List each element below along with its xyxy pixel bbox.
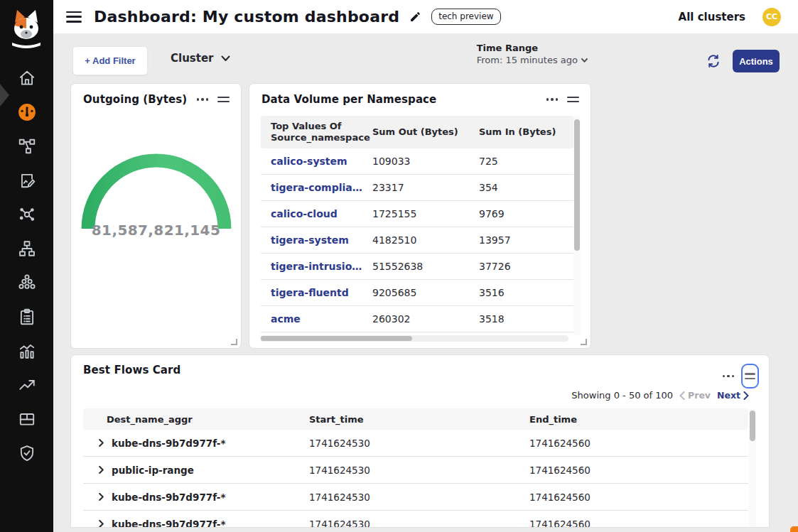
- edit-pencil-icon[interactable]: [409, 11, 421, 23]
- namespace-link[interactable]: calico-system: [261, 156, 362, 167]
- pagination: Showing 0 - 50 of 100 Prev Next: [571, 390, 749, 401]
- all-clusters-selector[interactable]: All clusters: [679, 11, 745, 23]
- drag-handle-icon[interactable]: [567, 94, 579, 105]
- table-row: acme 260302 3518: [261, 306, 573, 332]
- start-time: 1741624530: [309, 492, 529, 503]
- gauge-value: 81,587,821,145: [71, 222, 241, 239]
- table-row: kube-dns-9b7d977f-* 1741624530 174162456…: [83, 511, 748, 527]
- table-row: kube-dns-9b7d977f-* 1741624530 174162456…: [83, 430, 748, 457]
- cluster-dropdown[interactable]: Cluster: [171, 52, 230, 65]
- table-row: tigera-system 4182510 13957: [261, 227, 573, 254]
- column-header[interactable]: Sum Out (Bytes): [362, 122, 469, 142]
- column-header[interactable]: Sum In (Bytes): [469, 122, 573, 142]
- row-expand-chevron-icon[interactable]: [97, 439, 105, 447]
- cluster-nodes-icon: [18, 273, 36, 292]
- best-flows-card: Best Flows Card Showing 0 - 50 of 100 Pr…: [71, 355, 769, 527]
- hamburger-icon[interactable]: [66, 11, 82, 23]
- sum-in-value: 725: [469, 156, 573, 167]
- card-title: Data Volume per Namespace: [261, 93, 436, 106]
- sidebar-item-statistics[interactable]: [0, 334, 53, 368]
- showing-label: Showing 0 - 50 of 100: [571, 390, 673, 401]
- column-header[interactable]: Dest_name_aggr: [83, 414, 309, 425]
- calico-cat-logo[interactable]: [8, 7, 45, 48]
- top-bar: Dashboard: My custom dashboard tech prev…: [53, 0, 798, 34]
- table-row: tigera-fluentd 9205685 3516: [261, 280, 573, 306]
- chat-widget[interactable]: [790, 526, 798, 532]
- package-box-icon: [18, 410, 36, 428]
- add-filter-button[interactable]: + Add Filter: [72, 46, 148, 75]
- sidebar-item-topology[interactable]: [0, 232, 53, 266]
- home-icon: [18, 69, 36, 87]
- actions-button[interactable]: Actions: [733, 50, 780, 72]
- sidebar-nav: [0, 61, 53, 470]
- time-range-value[interactable]: From: 15 minutes ago: [477, 55, 588, 65]
- sidebar: [0, 0, 53, 532]
- dashboard-gauge-icon: [18, 103, 36, 121]
- gauge-arc: [78, 139, 234, 232]
- dest-name: kube-dns-9b7d977f-*: [112, 519, 226, 528]
- vertical-scrollbar[interactable]: [749, 408, 756, 527]
- chevron-right-icon: [743, 391, 749, 400]
- time-range: Time Range From: 15 minutes ago: [477, 43, 588, 65]
- shield-check-icon: [18, 444, 36, 462]
- sidebar-item-security[interactable]: [0, 436, 53, 470]
- sum-out-value: 9205685: [362, 287, 469, 298]
- resize-handle[interactable]: [581, 339, 587, 345]
- row-expand-chevron-icon[interactable]: [97, 493, 105, 501]
- trend-arrow-icon: [18, 376, 36, 394]
- sidebar-item-packages[interactable]: [0, 402, 53, 436]
- topology-icon: [18, 239, 36, 258]
- row-expand-chevron-icon[interactable]: [97, 466, 105, 474]
- refresh-icon[interactable]: [706, 53, 721, 69]
- drag-handle-icon[interactable]: [217, 94, 230, 105]
- next-button[interactable]: Next: [717, 390, 749, 401]
- row-expand-chevron-icon[interactable]: [97, 520, 105, 527]
- dest-name: public-ip-range: [112, 465, 194, 476]
- dest-name: kube-dns-9b7d977f-*: [112, 492, 226, 503]
- vertical-scrollbar[interactable]: [573, 116, 581, 336]
- sum-out-value: 1725155: [362, 208, 469, 219]
- outgoing-bytes-card: Outgoing (Bytes) 81,587,821,145: [71, 84, 241, 348]
- namespace-link[interactable]: tigera-intrusion-d…: [261, 261, 362, 272]
- sum-out-value: 23317: [362, 182, 469, 193]
- start-time: 1741624530: [309, 438, 529, 449]
- resize-handle[interactable]: [231, 339, 237, 345]
- sidebar-item-clusters[interactable]: [0, 266, 53, 300]
- policy-edit-icon: [18, 171, 36, 190]
- table-row: calico-system 109033 725: [261, 148, 573, 175]
- table-header-row: Top Values Of Source_namespace Sum Out (…: [261, 116, 573, 148]
- bar-chart-icon: [18, 342, 36, 360]
- sidebar-item-service-graph[interactable]: [0, 129, 53, 163]
- sidebar-item-compliance[interactable]: [0, 300, 53, 334]
- sum-out-value: 260302: [362, 313, 469, 325]
- namespace-link[interactable]: tigera-fluentd: [261, 287, 362, 298]
- ellipsis-menu-icon[interactable]: [723, 372, 734, 380]
- horizontal-scrollbar[interactable]: [260, 335, 568, 342]
- sidebar-item-policies[interactable]: [0, 163, 53, 197]
- drag-handle-icon-focused[interactable]: [741, 364, 759, 389]
- tech-preview-badge: tech preview: [431, 9, 500, 25]
- sidebar-item-dashboards[interactable]: [0, 95, 53, 129]
- end-time: 1741624560: [529, 492, 748, 503]
- sum-in-value: 3516: [469, 287, 573, 298]
- sidebar-item-flow-visualizations[interactable]: [0, 197, 53, 232]
- chevron-left-icon: [679, 391, 685, 400]
- table-row: public-ip-range 1741624530 1741624560: [83, 457, 748, 484]
- time-range-label: Time Range: [477, 43, 588, 53]
- sum-in-value: 9769: [469, 208, 573, 219]
- prev-button[interactable]: Prev: [679, 390, 711, 401]
- sum-out-value: 51552638: [362, 261, 469, 272]
- namespace-link[interactable]: calico-cloud: [261, 208, 362, 219]
- column-header[interactable]: End_time: [529, 414, 748, 425]
- namespace-link[interactable]: acme: [261, 313, 362, 325]
- column-header[interactable]: Top Values Of Source_namespace: [261, 116, 362, 148]
- namespace-link[interactable]: tigera-compliance: [261, 182, 362, 193]
- avatar[interactable]: CC: [762, 8, 781, 26]
- dest-name: kube-dns-9b7d977f-*: [112, 438, 226, 449]
- sidebar-item-home[interactable]: [0, 61, 53, 95]
- column-header[interactable]: Start_time: [309, 414, 529, 425]
- ellipsis-menu-icon[interactable]: [197, 95, 208, 103]
- ellipsis-menu-icon[interactable]: [546, 95, 558, 103]
- sidebar-item-trends[interactable]: [0, 368, 53, 402]
- namespace-link[interactable]: tigera-system: [261, 234, 362, 246]
